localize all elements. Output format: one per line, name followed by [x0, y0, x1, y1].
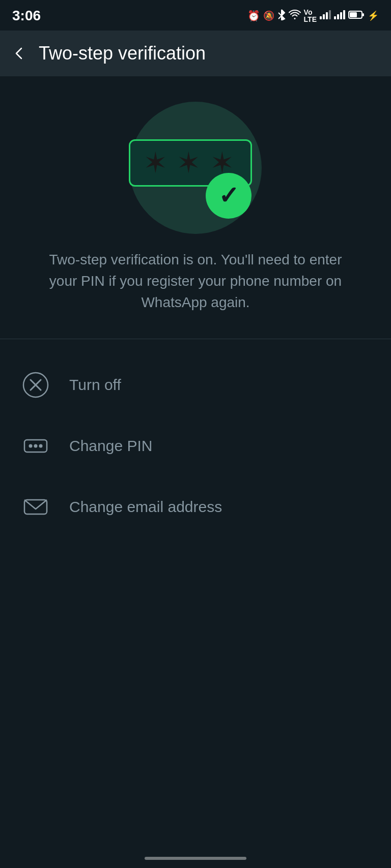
charging-icon: ⚡	[368, 10, 379, 21]
mute-icon: 🔕	[263, 10, 274, 21]
description-text: Two-step verification is on. You'll need…	[48, 249, 343, 313]
status-icons: ⏰ 🔕 VoLTE	[247, 9, 379, 23]
signal1-icon	[320, 10, 331, 22]
svg-rect-9	[343, 10, 345, 19]
back-button[interactable]	[10, 44, 29, 63]
change-pin-label: Change PIN	[69, 437, 152, 455]
svg-rect-11	[350, 12, 357, 17]
change-email-option[interactable]: Change email address	[0, 476, 391, 537]
options-list: Turn off Change PIN Change	[0, 344, 391, 548]
change-pin-option[interactable]: Change PIN	[0, 415, 391, 476]
svg-rect-6	[334, 16, 336, 19]
content-area: ✶ ✶ ✶ ✓ Two-step verification is on. You…	[0, 76, 391, 548]
svg-rect-5	[329, 10, 331, 19]
wifi-icon	[289, 10, 301, 22]
change-email-icon	[20, 492, 51, 522]
change-pin-icon	[20, 431, 51, 461]
turn-off-label: Turn off	[69, 376, 121, 394]
svg-point-17	[29, 444, 33, 448]
home-indicator	[145, 857, 246, 860]
lte-icon: VoLTE	[304, 9, 317, 23]
signal2-icon	[334, 10, 345, 22]
app-bar: Two-step verification	[0, 31, 391, 76]
illustration-circle: ✶ ✶ ✶ ✓	[129, 102, 262, 234]
svg-rect-12	[362, 13, 364, 16]
check-icon: ✓	[218, 184, 239, 208]
svg-point-18	[34, 444, 38, 448]
change-email-label: Change email address	[69, 498, 222, 516]
turn-off-option[interactable]: Turn off	[0, 354, 391, 415]
bluetooth-icon	[277, 9, 286, 23]
turn-off-icon	[20, 370, 51, 400]
svg-rect-3	[323, 14, 325, 19]
status-time: 3:06	[12, 8, 41, 24]
section-divider	[0, 339, 391, 339]
svg-rect-7	[337, 14, 339, 19]
check-circle: ✓	[206, 173, 252, 219]
illustration-section: ✶ ✶ ✶ ✓ Two-step verification is on. You…	[17, 76, 374, 334]
svg-rect-2	[320, 16, 322, 19]
svg-rect-8	[340, 12, 342, 19]
battery-icon	[348, 10, 365, 22]
page-title: Two-step verification	[39, 43, 206, 64]
status-bar: 3:06 ⏰ 🔕 VoLTE	[0, 0, 391, 31]
alarm-icon: ⏰	[247, 10, 260, 22]
svg-point-19	[39, 444, 43, 448]
svg-rect-4	[326, 12, 328, 19]
